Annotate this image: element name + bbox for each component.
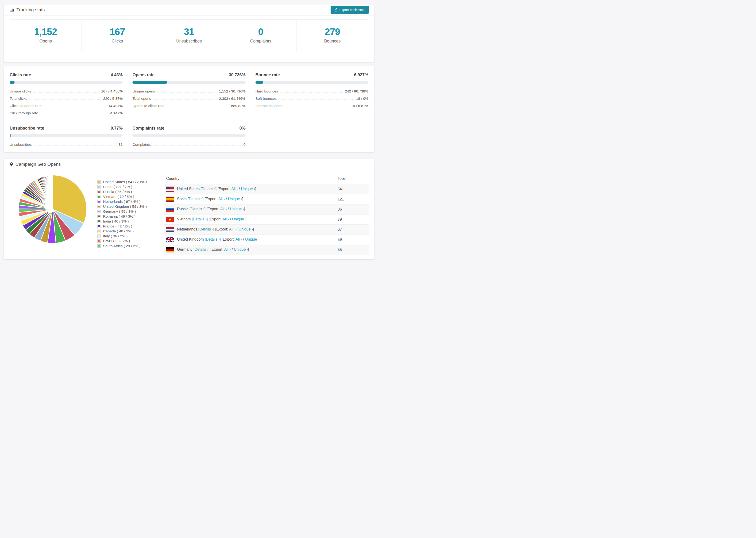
export-all-link[interactable]: All › (231, 187, 238, 191)
flag-es-icon (166, 197, 174, 202)
geo-table-wrap: Country Total United States [Details ›] … (164, 173, 369, 255)
total-cell: 121 (335, 194, 369, 204)
details-link[interactable]: Details › (199, 227, 213, 231)
geo-body: United States ( 541 / 31% )Spain ( 121 /… (4, 170, 374, 255)
details-link[interactable]: Details › (202, 187, 216, 191)
column-header-total: Total (335, 173, 369, 184)
legend-item: India ( 46 / 3% ) (97, 219, 157, 224)
summary-stat-clicks: 167Clicks (81, 20, 153, 52)
summary-stat-bounces: 279Bounces (297, 20, 368, 52)
export-unique-link[interactable]: Unique › (245, 237, 259, 241)
summary-label: Unsubscribes (176, 39, 202, 44)
export-icon (334, 8, 338, 12)
total-cell: 541 (335, 184, 369, 194)
export-button-label: Export basic stats (340, 8, 365, 12)
export-basic-stats-button[interactable]: Export basic stats (331, 6, 369, 14)
rate-name: Unsubscribe rate (10, 126, 44, 131)
export-all-link[interactable]: All › (224, 247, 231, 251)
rates-grid: Clicks rate4.46%Unique clicks167 / 4.456… (10, 73, 368, 150)
rate-name: Opens rate (133, 73, 154, 78)
summary-value: 167 (110, 27, 125, 37)
country-cell: United Kingdom [Details ›] [Export: All … (164, 235, 335, 245)
legend-swatch (97, 240, 101, 243)
summary-stat-opens: 1,152Opens (10, 20, 81, 52)
country-name: Netherlands (177, 227, 197, 231)
export-all-link[interactable]: All › (229, 227, 236, 231)
summary-stat-complaints: 0Complaints (225, 20, 296, 52)
tracking-stats-card: Tracking stats Export basic stats 1,152O… (4, 4, 374, 62)
export-unique-link[interactable]: Unique › (232, 217, 246, 221)
export-unique-link[interactable]: Unique › (239, 227, 253, 231)
bar-chart-icon (10, 8, 14, 12)
page: Tracking stats Export basic stats 1,152O… (0, 0, 378, 269)
export-unique-link[interactable]: Unique › (230, 207, 244, 211)
legend-swatch (97, 190, 101, 193)
flag-nl-icon (166, 227, 174, 232)
geo-table-row: United Kingdom [Details ›] [Export: All … (164, 235, 369, 245)
export-all-link[interactable]: All › (236, 237, 242, 241)
rate-name: Complaints rate (133, 126, 164, 131)
geo-header: Campaign Geo Opens (4, 159, 374, 170)
rate-block-clicks-rate: Clicks rate4.46%Unique clicks167 / 4.456… (10, 73, 123, 118)
geo-table-row: Russia [Details ›] [Export: All › / Uniq… (164, 204, 369, 215)
geo-pie-chart (17, 174, 88, 244)
total-cell: 67 (335, 225, 369, 235)
details-link[interactable]: Details › (190, 207, 204, 211)
rate-stat-row: Unsubscribes31 (10, 142, 123, 147)
details-link[interactable]: Details › (206, 237, 220, 241)
rate-block-unsubscribe-rate: Unsubscribe rate0.77%Unsubscribes31 (10, 126, 123, 150)
rates-card: Clicks rate4.46%Unique clicks167 / 4.456… (4, 66, 374, 152)
country-name: Germany (177, 247, 192, 251)
summary-value: 31 (184, 27, 194, 37)
geo-table-row: United States [Details ›] [Export: All ›… (164, 184, 369, 194)
rate-progress-bar (133, 134, 245, 137)
total-cell: 55 (335, 245, 369, 255)
summary-label: Opens (39, 39, 52, 44)
geo-table-row: Germany [Details ›] [Export: All › / Uni… (164, 245, 369, 255)
card-title-geo: Campaign Geo Opens (16, 162, 61, 167)
legend-item: Canada ( 40 / 2% ) (97, 229, 157, 234)
rate-stat-row: Complaints0 (133, 142, 245, 147)
country-cell: ★Vietnam [Details ›] [Export: All › / Un… (164, 215, 335, 225)
total-cell: 59 (335, 235, 369, 245)
legend-item: Spain ( 121 / 7% ) (97, 184, 157, 189)
map-pin-icon (10, 162, 13, 167)
country-cell: Germany [Details ›] [Export: All › / Uni… (164, 245, 335, 255)
legend-item: Vietnam ( 79 / 5% ) (97, 194, 157, 199)
details-link[interactable]: Details › (195, 247, 208, 251)
country-cell: United States [Details ›] [Export: All ›… (164, 184, 335, 194)
export-unique-link[interactable]: Unique › (228, 197, 242, 201)
flag-us-icon (166, 187, 174, 192)
geo-table-body: United States [Details ›] [Export: All ›… (164, 184, 369, 255)
total-cell: 79 (335, 215, 369, 225)
summary-value: 0 (258, 27, 263, 37)
details-link[interactable]: Details › (189, 197, 203, 201)
geo-table: Country Total United States [Details ›] … (164, 173, 369, 255)
legend-swatch (97, 180, 101, 184)
flag-de-icon (166, 247, 174, 252)
legend-item: Russia ( 86 / 5% ) (97, 189, 157, 194)
export-unique-link[interactable]: Unique › (241, 187, 255, 191)
export-unique-link[interactable]: Unique › (234, 247, 248, 251)
legend-item: Italy ( 36 / 2% ) (97, 234, 157, 239)
country-name: United Kingdom (177, 237, 204, 241)
legend-swatch (97, 210, 101, 213)
rate-progress-bar (255, 81, 368, 84)
rate-value: 0% (240, 126, 245, 131)
rate-block-complaints-rate: Complaints rate0%Complaints0 (133, 126, 245, 150)
legend-item: Netherlands ( 67 / 4% ) (97, 199, 157, 204)
legend-item: Germany ( 55 / 3% ) (97, 209, 157, 214)
details-link[interactable]: Details › (193, 217, 207, 221)
legend-swatch (97, 200, 101, 203)
tracking-stats-body: 1,152Opens167Clicks31Unsubscribes0Compla… (4, 16, 374, 56)
geo-legend: United States ( 541 / 31% )Spain ( 121 /… (97, 179, 157, 248)
country-cell: Spain [Details ›] [Export: All › / Uniqu… (164, 194, 335, 204)
export-all-link[interactable]: All › (223, 217, 229, 221)
legend-swatch (97, 230, 101, 233)
legend-swatch (97, 244, 101, 248)
rate-stat-row: Total clicks220 / 5.87% (10, 96, 123, 101)
summary-value: 1,152 (34, 27, 57, 37)
export-all-link[interactable]: All › (218, 197, 225, 201)
export-all-link[interactable]: All › (220, 207, 227, 211)
legend-item: South Africa ( 29 / 2% ) (97, 243, 157, 248)
